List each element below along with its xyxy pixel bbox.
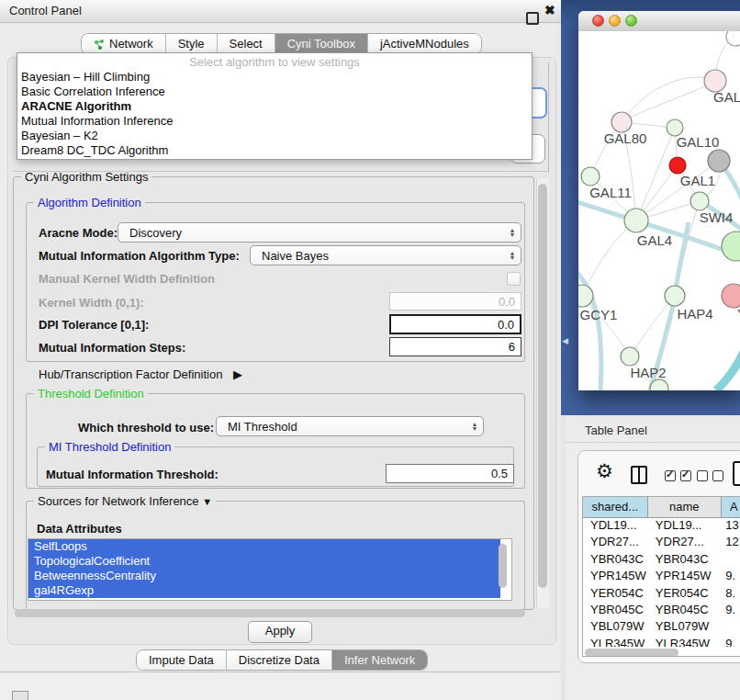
settings-horizontal-scrollbar-thumb[interactable]: [15, 609, 525, 617]
tab-label: Network: [109, 37, 153, 51]
table-row[interactable]: YDL19...YDL19...13: [583, 517, 740, 534]
node-label: GAL10: [677, 134, 720, 150]
node-label: GAL80: [604, 130, 647, 146]
network-window-titlebar[interactable]: [578, 11, 740, 32]
close-window-icon[interactable]: [592, 15, 604, 27]
kernel-width-input[interactable]: 0.0: [389, 292, 521, 310]
divider-collapse-icon[interactable]: ◀: [562, 336, 568, 345]
table-panel-titlebar: Table Panel: [566, 418, 740, 443]
sources-legend[interactable]: Sources for Network Inference ▼: [34, 494, 216, 509]
collapsed-panel-icon[interactable]: [12, 691, 28, 700]
algorithm-option[interactable]: Bayesian – K2: [17, 129, 532, 143]
table-row[interactable]: YDR27...YDR27...12: [583, 534, 740, 550]
column-header[interactable]: shared...: [583, 497, 648, 517]
network-node-gal4[interactable]: [624, 209, 648, 232]
deselect-all-columns-icon[interactable]: [697, 470, 723, 481]
chevron-down-icon: ▼: [202, 496, 212, 507]
tab-label: Discretize Data: [239, 653, 320, 667]
export-table-icon[interactable]: [733, 461, 740, 486]
apply-button[interactable]: Apply: [248, 621, 312, 643]
attribute-list-item[interactable]: gal4RGexp: [28, 583, 500, 598]
table-panel-title: Table Panel: [585, 423, 647, 437]
table-cell: 9.: [722, 602, 740, 618]
table-row[interactable]: YPR145WYPR145W9.: [583, 568, 740, 584]
tab-label: Impute Data: [149, 653, 214, 667]
mi-algorithm-type-value: Naive Bayes: [251, 249, 504, 263]
float-panel-icon[interactable]: [526, 12, 539, 25]
spinner-arrows-icon: ▲▼: [466, 422, 483, 431]
network-view-window[interactable]: GALGAL80GAL10GAL11GAL1SWI4GAL4GCY1HAP4YH…: [578, 11, 740, 390]
table-cell: 9.: [722, 636, 740, 647]
algorithm-option[interactable]: ARACNE Algorithm: [17, 99, 532, 114]
network-node-gal80[interactable]: [611, 112, 632, 132]
network-node[interactable]: [708, 150, 730, 172]
attribute-list-item[interactable]: BetweennessCentrality: [28, 569, 500, 583]
manual-kernel-width-checkbox[interactable]: [507, 272, 521, 286]
hub-definition-toggle[interactable]: Hub/Transcription Factor Definition ▶: [39, 367, 242, 381]
spinner-arrows-icon: ▲▼: [504, 228, 521, 237]
attribute-list-item[interactable]: SelfLoops: [28, 539, 500, 554]
network-node-gal11[interactable]: [581, 167, 600, 186]
table-cell: [722, 618, 740, 635]
table-cell: 12: [722, 534, 740, 550]
table-horizontal-scrollbar[interactable]: [585, 649, 678, 657]
table-row[interactable]: YLR345WYLR345W9.: [583, 636, 740, 647]
control-panel-title: Control Panel: [9, 4, 82, 17]
select-all-columns-icon[interactable]: [665, 470, 691, 481]
mi-steps-input[interactable]: 6: [389, 337, 521, 356]
table-row[interactable]: YER054CYER054C8.: [583, 585, 740, 602]
tab-jactivemnodules[interactable]: jActiveMNodules: [367, 34, 481, 53]
attributes-list-scrollbar[interactable]: [499, 544, 507, 588]
tab-select[interactable]: Select: [217, 34, 275, 53]
column-header[interactable]: A: [722, 497, 740, 517]
gear-icon[interactable]: ⚙: [596, 462, 613, 480]
aracne-mode-select[interactable]: Discovery ▲▼: [118, 222, 521, 243]
network-node-y[interactable]: [722, 284, 740, 308]
mi-algorithm-type-select[interactable]: Naive Bayes ▲▼: [250, 245, 521, 265]
spinner-arrows-icon: ▲▼: [504, 251, 521, 260]
algorithm-option[interactable]: Basic Correlation Inference: [17, 85, 532, 99]
network-node[interactable]: [669, 157, 686, 174]
table-row[interactable]: YBR043CYBR043C: [583, 551, 740, 568]
tab-cyni-toolbox[interactable]: Cyni Toolbox: [275, 34, 367, 53]
dpi-tolerance-label: DPI Tolerance [0,1]:: [39, 318, 149, 332]
close-panel-icon[interactable]: ✖: [544, 3, 555, 17]
tab-network[interactable]: Network: [82, 34, 165, 53]
data-attributes-list[interactable]: SelfLoopsTopologicalCoefficientBetweenne…: [28, 538, 512, 601]
data-attributes-label: Data Attributes: [37, 522, 122, 536]
column-header[interactable]: name: [648, 497, 722, 517]
unchecked-checkbox-icon: [697, 470, 708, 481]
network-node-hap2[interactable]: [621, 347, 639, 366]
sources-legend-text: Sources for Network Inference: [38, 494, 199, 508]
mi-threshold-input[interactable]: 0.5: [386, 464, 514, 483]
network-node[interactable]: [722, 231, 740, 261]
tab-impute-data[interactable]: Impute Data: [137, 650, 226, 670]
tab-style[interactable]: Style: [165, 34, 217, 53]
attribute-list-item[interactable]: TopologicalCoefficient: [28, 554, 500, 569]
table-row[interactable]: YBR045CYBR045C9.: [583, 602, 740, 618]
tab-discretize-data[interactable]: Discretize Data: [226, 650, 331, 670]
network-node-hap4[interactable]: [665, 286, 685, 306]
algorithm-option[interactable]: Dream8 DC_TDC Algorithm: [17, 143, 532, 158]
network-node-gal1[interactable]: [690, 192, 709, 210]
hub-definition-label: Hub/Transcription Factor Definition: [39, 367, 222, 381]
table-panel: ⚙ shared...nameA YDL19...YDL19...13YDR27…: [577, 450, 740, 663]
attribute-table[interactable]: shared...nameA YDL19...YDL19...13YDR27..…: [582, 496, 740, 657]
settings-vertical-scrollbar-thumb[interactable]: [538, 184, 547, 588]
algorithm-option[interactable]: Mutual Information Inference: [17, 114, 532, 129]
algorithm-definition-legend: Algorithm Definition: [34, 196, 145, 209]
table-row[interactable]: YBL079WYBL079W: [583, 618, 740, 635]
dpi-tolerance-input[interactable]: 0.0: [389, 314, 521, 334]
which-threshold-select[interactable]: MI Threshold ▲▼: [216, 416, 484, 436]
network-node[interactable]: [726, 31, 740, 46]
tab-infer-network[interactable]: Infer Network: [331, 650, 427, 670]
zoom-window-icon[interactable]: [625, 15, 637, 27]
minimize-window-icon[interactable]: [609, 15, 621, 27]
node-label: HAP4: [677, 306, 712, 322]
columns-icon[interactable]: [631, 466, 647, 484]
algorithm-option[interactable]: Bayesian – Hill Climbing: [17, 70, 532, 85]
node-label: GAL4: [637, 232, 672, 248]
network-canvas[interactable]: GALGAL80GAL10GAL11GAL1SWI4GAL4GCY1HAP4YH…: [578, 31, 740, 390]
table-cell: YPR145W: [583, 568, 648, 584]
network-node-gcy1[interactable]: [578, 285, 593, 307]
